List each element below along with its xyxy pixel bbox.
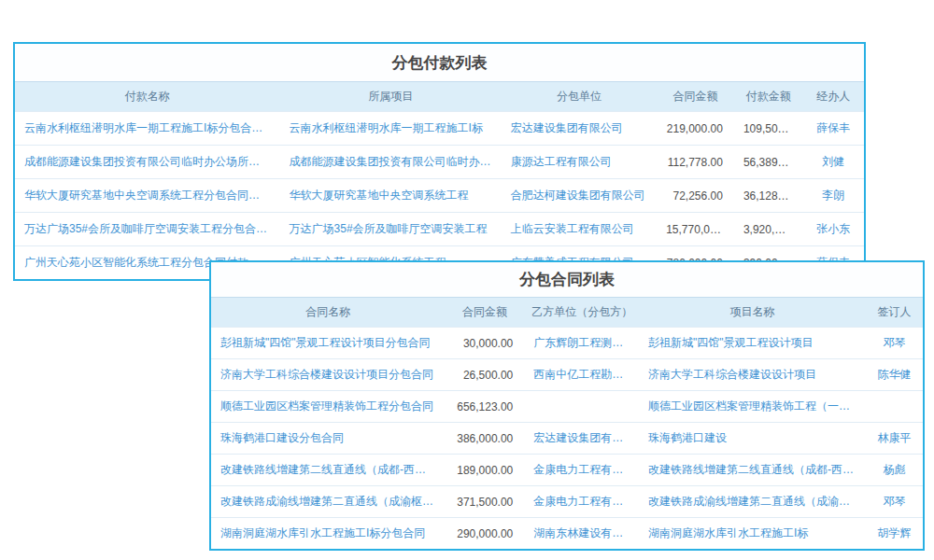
payment-cell-payment-name[interactable]: 成都能源建设集团投资有限公司临时办公场所装修改造...: [15, 146, 280, 179]
payment-cell-project[interactable]: 万达广场35#会所及咖啡厅空调安装工程: [280, 213, 502, 246]
contract-col-header-signer: 签订人: [866, 298, 923, 328]
contract-cell-party-b-unit[interactable]: 西南中亿工程勘察公司: [524, 359, 639, 391]
contract-cell-project-name[interactable]: 改建铁路线增建第二线直通线（成都-西安）电力线...: [639, 455, 866, 486]
payment-cell-project[interactable]: 成都能源建设集团投资有限公司临时办公场所...: [280, 146, 502, 179]
payment-cell-contract-amount: 15,770,00...: [657, 213, 734, 246]
contract-row[interactable]: 珠海鹤港口建设分包合同386,000.00宏达建设集团有限公司珠海鹤港口建设林康…: [211, 423, 923, 455]
contract-table: 合同名称合同金额乙方单位（分包方）项目名称签订人 彭祖新城"四馆"景观工程设计项…: [211, 297, 923, 549]
contract-cell-contract-name[interactable]: 改建铁路线增建第二线直通线（成都-西安）电力线...: [211, 455, 446, 486]
contract-col-header-party-b-unit: 乙方单位（分包方）: [524, 298, 639, 328]
contract-row[interactable]: 顺德工业园区档案管理精装饰工程分包合同656,123.00顺德工业园区档案管理精…: [211, 391, 923, 423]
payment-cell-subcontractor[interactable]: 宏达建设集团有限公司: [502, 112, 657, 146]
contract-list-card: 分包合同列表 合同名称合同金额乙方单位（分包方）项目名称签订人 彭祖新城"四馆"…: [209, 260, 925, 551]
payment-row[interactable]: 成都能源建设集团投资有限公司临时办公场所装修改造...成都能源建设集团投资有限公…: [15, 146, 864, 179]
payment-row[interactable]: 万达广场35#会所及咖啡厅空调安装工程分包合同付款万达广场35#会所及咖啡厅空调…: [15, 213, 864, 246]
contract-cell-signer[interactable]: 林康平: [866, 423, 923, 455]
payment-cell-handler[interactable]: 李朗: [803, 179, 864, 213]
payment-cell-subcontractor[interactable]: 上临云安装工程有限公司: [502, 213, 657, 246]
contract-cell-contract-amount: 26,500.00: [446, 359, 525, 391]
payment-cell-contract-amount: 72,256.00: [657, 179, 734, 213]
contract-row[interactable]: 湖南洞庭湖水库引水工程施工I标分包合同290,000.00湖南东林建设有限公司湖…: [211, 518, 923, 550]
contract-cell-party-b-unit[interactable]: 金康电力工程有限公司: [524, 486, 639, 518]
contract-cell-contract-name[interactable]: 湖南洞庭湖水库引水工程施工I标分包合同: [211, 518, 446, 550]
payment-cell-payment-amount: 109,500.00: [734, 112, 803, 146]
contract-cell-project-name[interactable]: 济南大学工科综合楼建设设计项目: [639, 359, 866, 391]
contract-list-title: 分包合同列表: [211, 262, 923, 297]
payment-cell-payment-amount: 3,920,96...: [734, 213, 803, 246]
payment-cell-handler[interactable]: 刘健: [803, 146, 864, 179]
contract-cell-signer: [866, 391, 923, 423]
payment-cell-payment-amount: 36,128.00: [734, 179, 803, 213]
contract-table-header-row: 合同名称合同金额乙方单位（分包方）项目名称签订人: [211, 298, 923, 328]
contract-cell-signer[interactable]: 陈华健: [866, 359, 923, 391]
payment-col-header-handler: 经办人: [803, 82, 864, 112]
contract-row[interactable]: 改建铁路成渝线增建第二直通线（成渝枢纽）电力...371,500.00金康电力工…: [211, 486, 923, 518]
contract-cell-signer[interactable]: 邓琴: [866, 486, 923, 518]
contract-cell-project-name[interactable]: 改建铁路成渝线增建第二直通线（成渝枢纽）电力...: [639, 486, 866, 518]
payment-cell-contract-amount: 219,000.00: [657, 112, 734, 146]
contract-cell-project-name[interactable]: 顺德工业园区档案管理精装饰工程（一标段）: [639, 391, 866, 423]
payment-row[interactable]: 云南水利枢纽潜明水库一期工程施工I标分包合同付款云南水利枢纽潜明水库一期工程施工…: [15, 112, 864, 146]
contract-cell-contract-amount: 656,123.00: [446, 391, 525, 423]
contract-cell-contract-amount: 189,000.00: [446, 455, 525, 486]
contract-cell-party-b-unit[interactable]: 金康电力工程有限公司: [524, 455, 639, 486]
payment-cell-project[interactable]: 云南水利枢纽潜明水库一期工程施工I标: [280, 112, 502, 146]
payment-col-header-project: 所属项目: [280, 82, 502, 112]
payment-cell-payment-amount: 56,389.00: [734, 146, 803, 179]
payment-cell-handler[interactable]: 张小东: [803, 213, 864, 246]
payment-cell-subcontractor[interactable]: 康源达工程有限公司: [502, 146, 657, 179]
contract-cell-signer[interactable]: 杨彪: [866, 455, 923, 486]
payment-cell-payment-name[interactable]: 万达广场35#会所及咖啡厅空调安装工程分包合同付款: [15, 213, 280, 246]
payment-cell-handler[interactable]: 薛保丰: [803, 112, 864, 146]
payment-cell-project[interactable]: 华软大厦研究基地中央空调系统工程: [280, 179, 502, 213]
contract-row[interactable]: 改建铁路线增建第二线直通线（成都-西安）电力线...189,000.00金康电力…: [211, 455, 923, 486]
contract-cell-signer[interactable]: 胡学辉: [866, 518, 923, 550]
contract-cell-project-name[interactable]: 彭祖新城"四馆"景观工程设计项目: [639, 328, 866, 359]
contract-cell-project-name[interactable]: 湖南洞庭湖水库引水工程施工I标: [639, 518, 866, 550]
contract-cell-party-b-unit: [524, 391, 639, 423]
contract-cell-contract-name[interactable]: 彭祖新城"四馆"景观工程设计项目分包合同: [211, 328, 446, 359]
payment-col-header-contract-amount: 合同金额: [657, 82, 734, 112]
contract-col-header-contract-name: 合同名称: [211, 298, 446, 328]
payment-cell-subcontractor[interactable]: 合肥达柯建设集团有限公司: [502, 179, 657, 213]
payment-row[interactable]: 华软大厦研究基地中央空调系统工程分包合同付款华软大厦研究基地中央空调系统工程合肥…: [15, 179, 864, 213]
payment-cell-payment-name[interactable]: 云南水利枢纽潜明水库一期工程施工I标分包合同付款: [15, 112, 280, 146]
contract-cell-contract-amount: 30,000.00: [446, 328, 525, 359]
contract-cell-signer[interactable]: 邓琴: [866, 328, 923, 359]
contract-cell-party-b-unit[interactable]: 广东辉朗工程测绘公司: [524, 328, 639, 359]
contract-cell-contract-amount: 386,000.00: [446, 423, 525, 455]
contract-row[interactable]: 彭祖新城"四馆"景观工程设计项目分包合同30,000.00广东辉朗工程测绘公司彭…: [211, 328, 923, 359]
payment-col-header-subcontractor: 分包单位: [502, 82, 657, 112]
contract-cell-party-b-unit[interactable]: 湖南东林建设有限公司: [524, 518, 639, 550]
payment-col-header-payment-amount: 付款金额: [734, 82, 803, 112]
payment-table-header-row: 付款名称所属项目分包单位合同金额付款金额经办人: [15, 82, 864, 112]
contract-cell-project-name[interactable]: 珠海鹤港口建设: [639, 423, 866, 455]
contract-cell-contract-name[interactable]: 济南大学工科综合楼建设设计项目分包合同: [211, 359, 446, 391]
payment-list-card: 分包付款列表 付款名称所属项目分包单位合同金额付款金额经办人 云南水利枢纽潜明水…: [13, 42, 866, 281]
contract-cell-contract-amount: 290,000.00: [446, 518, 525, 550]
payment-table: 付款名称所属项目分包单位合同金额付款金额经办人 云南水利枢纽潜明水库一期工程施工…: [15, 81, 864, 279]
contract-cell-contract-name[interactable]: 改建铁路成渝线增建第二直通线（成渝枢纽）电力...: [211, 486, 446, 518]
contract-cell-contract-amount: 371,500.00: [446, 486, 525, 518]
contract-cell-contract-name[interactable]: 顺德工业园区档案管理精装饰工程分包合同: [211, 391, 446, 423]
payment-cell-contract-amount: 112,778.00: [657, 146, 734, 179]
contract-col-header-project-name: 项目名称: [639, 298, 866, 328]
payment-col-header-payment-name: 付款名称: [15, 82, 280, 112]
contract-row[interactable]: 济南大学工科综合楼建设设计项目分包合同26,500.00西南中亿工程勘察公司济南…: [211, 359, 923, 391]
payment-cell-payment-name[interactable]: 华软大厦研究基地中央空调系统工程分包合同付款: [15, 179, 280, 213]
payment-list-title: 分包付款列表: [15, 44, 864, 81]
contract-cell-party-b-unit[interactable]: 宏达建设集团有限公司: [524, 423, 639, 455]
contract-cell-contract-name[interactable]: 珠海鹤港口建设分包合同: [211, 423, 446, 455]
contract-col-header-contract-amount: 合同金额: [446, 298, 525, 328]
